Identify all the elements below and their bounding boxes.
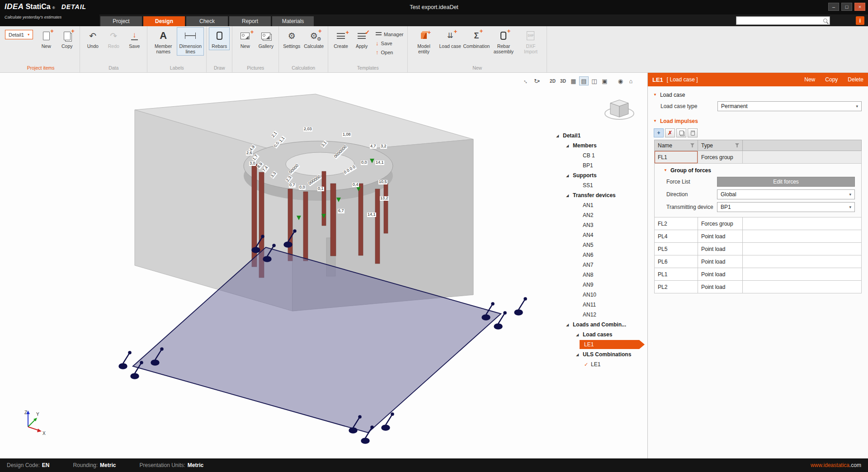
search-input[interactable]: [739, 18, 823, 24]
gallery-button[interactable]: Gallery: [255, 27, 276, 50]
tab-materials[interactable]: Materials: [272, 16, 314, 26]
tree-item[interactable]: AN4: [554, 230, 647, 240]
navigation-cube[interactable]: [602, 94, 637, 125]
tab-design[interactable]: Design: [143, 16, 185, 26]
project-new-button[interactable]: + New: [36, 27, 57, 50]
expand-icon[interactable]: ◢: [556, 134, 563, 138]
template-manager-button[interactable]: Manager: [374, 30, 405, 38]
collapse-triangle-icon[interactable]: ▼: [653, 93, 657, 97]
tree-item-le1-checked[interactable]: ✓LE1: [554, 359, 647, 369]
copy-load-case-button[interactable]: Copy: [825, 76, 838, 83]
table-row-pl5[interactable]: PL5 Point load: [654, 243, 862, 255]
load-case-type-select[interactable]: Permanent ▾: [717, 101, 862, 111]
group-of-forces-header[interactable]: ▼ Group of forces: [655, 164, 861, 175]
home-view-icon[interactable]: ⌂: [626, 76, 636, 85]
expand-icon[interactable]: ◢: [566, 194, 573, 198]
save-button[interactable]: ↓ Save: [124, 27, 145, 50]
collapse-triangle-icon[interactable]: ▼: [664, 169, 667, 172]
view-2d-button[interactable]: 2D: [548, 76, 557, 85]
expand-icon[interactable]: ◢: [566, 323, 573, 327]
view-mesh-icon[interactable]: ▦: [569, 76, 578, 85]
table-row-pl2[interactable]: PL2 Point load: [654, 281, 862, 293]
tree-item-uls-combinations[interactable]: ◢ULS Combinations: [554, 349, 647, 359]
load-case-section-header[interactable]: ▼ Load case: [648, 86, 868, 100]
template-open-button[interactable]: ↑Open: [374, 48, 405, 57]
tree-item[interactable]: AN1: [554, 200, 647, 210]
view-section-icon[interactable]: ◫: [590, 76, 599, 85]
tree-item[interactable]: AN7: [554, 260, 647, 270]
project-copy-button[interactable]: + Copy: [57, 27, 77, 50]
edit-forces-button[interactable]: Edit forces: [717, 177, 855, 187]
render-mode-icon[interactable]: ◉: [616, 76, 625, 85]
table-row-fl2[interactable]: FL2 Forces group: [654, 217, 862, 230]
table-row-pl6[interactable]: PL6 Point load: [654, 255, 862, 268]
rebar-assembly-button[interactable]: + Rebar assembly: [490, 27, 517, 56]
search-box[interactable]: [736, 16, 830, 25]
tree-item-supports[interactable]: ◢Supports: [554, 170, 647, 180]
transmitting-device-select[interactable]: BP1 ▾: [717, 202, 855, 212]
tree-item[interactable]: AN10: [554, 290, 647, 300]
expand-icon[interactable]: ◢: [576, 353, 583, 357]
calculate-button[interactable]: ⚙+ Calculate: [302, 27, 326, 50]
combination-button[interactable]: Σ+ Combination: [463, 27, 490, 50]
tab-report[interactable]: Report: [229, 16, 271, 26]
minimize-button[interactable]: –: [828, 3, 839, 11]
template-save-button[interactable]: ↓Save: [374, 39, 405, 47]
copy-impulse-button[interactable]: [676, 128, 686, 137]
template-create-button[interactable]: + Create: [330, 27, 351, 50]
dimension-lines-button[interactable]: Dimension lines: [177, 27, 204, 56]
delete-impulse-button[interactable]: ✗: [665, 128, 675, 137]
filter-icon[interactable]: [735, 143, 739, 147]
add-impulse-button[interactable]: +: [654, 128, 664, 137]
tree-item-detail1[interactable]: ◢Detail1: [554, 131, 647, 141]
tree-item[interactable]: AN3: [554, 220, 647, 230]
settings-button[interactable]: ⚙ Settings: [281, 27, 302, 50]
tab-check[interactable]: Check: [186, 16, 228, 26]
load-case-button[interactable]: ⇊+ Load case: [437, 27, 462, 50]
detail-selector[interactable]: Detail1▾: [5, 30, 33, 39]
tree-item-members[interactable]: ◢Members: [554, 141, 647, 151]
maximize-button[interactable]: □: [841, 3, 852, 11]
tree-item[interactable]: BP1: [554, 160, 647, 170]
model-viewport-3d[interactable]: 2,03 1,08 2,1 1,1 0,0 3,1 4,9 2,6 1,7 3,…: [0, 73, 647, 458]
model-entity-button[interactable]: + Model entity: [410, 27, 437, 56]
expand-icon[interactable]: ◢: [566, 144, 573, 148]
view-cube-icon[interactable]: ▣: [600, 76, 609, 85]
tree-item[interactable]: AN12: [554, 310, 647, 320]
view-3d-button[interactable]: 3D: [558, 76, 568, 85]
direction-select[interactable]: Global ▾: [717, 189, 855, 199]
tree-item[interactable]: AN6: [554, 250, 647, 260]
expand-icon[interactable]: ◢: [566, 174, 573, 178]
tree-item-transfer-devices[interactable]: ◢Transfer devices: [554, 190, 647, 200]
expand-icon[interactable]: ◢: [576, 333, 583, 337]
tree-item[interactable]: CB 1: [554, 151, 647, 160]
view-solid-icon[interactable]: ▤: [579, 76, 589, 85]
tree-item-load-cases[interactable]: ◢Load cases: [554, 330, 647, 340]
rebars-button[interactable]: Rebars: [209, 27, 230, 50]
table-row-fl1[interactable]: FL1 Forces group: [654, 151, 862, 164]
tree-item[interactable]: AN5: [554, 240, 647, 250]
close-button[interactable]: ×: [854, 3, 865, 11]
undo-button[interactable]: ↶ Undo: [82, 27, 103, 50]
tree-item[interactable]: SS1: [554, 180, 647, 190]
tab-project[interactable]: Project: [100, 16, 142, 26]
tree-item[interactable]: AN8: [554, 270, 647, 280]
load-impulses-section-header[interactable]: ▼ Load impulses: [648, 113, 868, 126]
tree-item[interactable]: AN11: [554, 300, 647, 310]
trash-impulse-button[interactable]: [688, 128, 698, 137]
tree-item[interactable]: AN9: [554, 280, 647, 290]
collapse-triangle-icon[interactable]: ▼: [653, 119, 657, 123]
table-row-pl1[interactable]: PL1 Point load: [654, 268, 862, 281]
picture-new-button[interactable]: + New: [235, 27, 255, 50]
tree-item-loads[interactable]: ◢Loads and Combin...: [554, 320, 647, 330]
member-names-button[interactable]: A Member names: [150, 27, 177, 56]
tree-item-le1-selected[interactable]: LE1: [554, 340, 647, 349]
template-apply-button[interactable]: ✓ Apply: [351, 27, 372, 50]
table-row-pl4[interactable]: PL4 Point load: [654, 230, 862, 243]
delete-load-case-button[interactable]: Delete: [848, 76, 863, 83]
rotate-view-icon[interactable]: ↻▾: [532, 76, 542, 85]
tree-item[interactable]: AN2: [554, 210, 647, 220]
filter-icon[interactable]: [690, 143, 694, 147]
website-link[interactable]: www.ideastatica.com: [811, 462, 861, 468]
new-load-case-button[interactable]: New: [804, 76, 815, 83]
